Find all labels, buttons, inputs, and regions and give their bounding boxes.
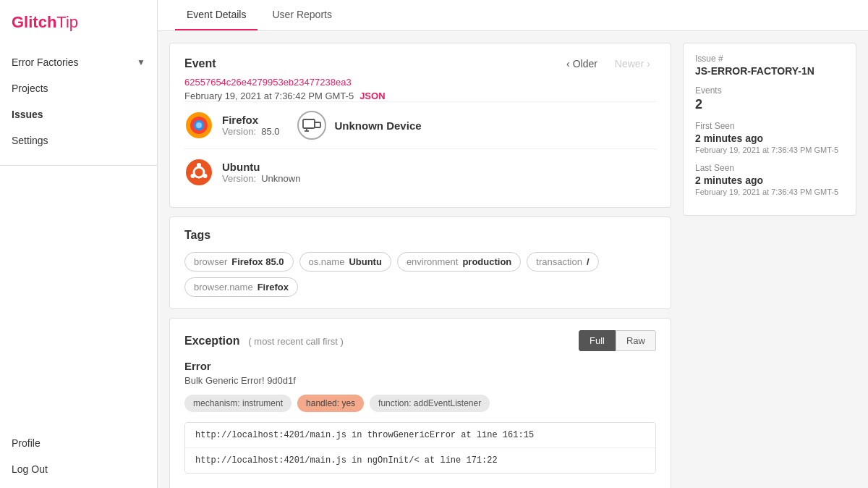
exception-header: Exception ( most recent call first ) Ful… [184, 330, 656, 351]
last-seen-relative: 2 minutes ago [695, 174, 844, 186]
svg-rect-5 [315, 122, 320, 127]
full-view-button[interactable]: Full [579, 330, 616, 351]
tab-user-reports[interactable]: User Reports [260, 0, 343, 30]
nav-divider [0, 165, 157, 166]
first-seen-label: First Seen [695, 121, 844, 131]
svg-point-12 [203, 174, 208, 178]
chevron-left-icon: ‹ [566, 58, 570, 70]
tag-environment: environment production [397, 252, 521, 272]
tags-section: Tags browser Firefox 85.0 os.name Ubuntu… [169, 216, 671, 309]
unknown-device-icon [297, 111, 326, 140]
issue-card: Issue # JS-ERROR-FACTORY-1N Events 2 Fir… [683, 43, 856, 216]
os-version: Version: Unknown [222, 173, 300, 184]
event-title: Event [184, 57, 216, 70]
tag-browser: browser Firefox 85.0 [184, 252, 294, 272]
stack-line-1: http://localhost:4201/main.js in throwGe… [185, 423, 655, 448]
exception-title: Exception [184, 335, 239, 347]
nav-bottom: Profile Log Out [0, 430, 157, 488]
view-toggle: Full Raw [579, 330, 656, 351]
logo-glitch: Glitch [12, 13, 56, 31]
right-panel: Issue # JS-ERROR-FACTORY-1N Events 2 Fir… [683, 43, 856, 216]
issue-number-label: Issue # [695, 54, 844, 64]
chevron-right-icon: › [647, 58, 650, 70]
svg-rect-4 [303, 119, 315, 128]
mechanism-tags: mechanism: instrument handled: yes funct… [184, 395, 656, 412]
sidebar-item-projects[interactable]: Projects [0, 75, 157, 101]
tag-browser-name: browser.name Firefox [184, 277, 298, 297]
logo: GlitchTip [0, 0, 157, 43]
error-section: Error Bulk Generic Error! 9d0d1f mechani… [184, 360, 656, 474]
os-row: Ubuntu Version: Unknown [184, 148, 656, 195]
sidebar-item-settings[interactable]: Settings [0, 127, 157, 153]
svg-point-11 [191, 174, 195, 178]
content-area: Event ‹ Older Newer › 62557654c26e427995… [158, 31, 868, 488]
browser-version: Version: 85.0 [222, 126, 280, 137]
browser-info: Firefox Version: 85.0 [184, 111, 280, 140]
chevron-down-icon: ▼ [137, 57, 145, 67]
svg-point-10 [197, 163, 201, 167]
device-info: Unknown Device [297, 111, 422, 140]
tags-title: Tags [184, 229, 656, 242]
tab-event-details[interactable]: Event Details [175, 0, 258, 30]
last-seen-date: February 19, 2021 at 7:36:43 PM GMT-5 [695, 188, 844, 196]
error-heading: Error [184, 360, 656, 372]
exception-subtitle: ( most recent call first ) [248, 336, 343, 347]
tags-list: browser Firefox 85.0 os.name Ubuntu envi… [184, 252, 656, 297]
logo-tip: Tip [56, 13, 78, 31]
newer-button[interactable]: Newer › [609, 55, 656, 72]
event-nav: ‹ Older Newer › [561, 55, 656, 72]
last-seen-label: Last Seen [695, 163, 844, 173]
first-seen-relative: 2 minutes ago [695, 132, 844, 144]
tag-transaction: transaction / [527, 252, 598, 272]
device-name: Unknown Device [335, 119, 422, 132]
function-tag: function: addEventListener [370, 395, 490, 412]
handled-yes-tag: handled: yes [297, 395, 364, 412]
exception-title-area: Exception ( most recent call first ) [184, 335, 344, 348]
main-content: Event Details User Reports Event ‹ Older [158, 0, 868, 488]
events-label: Events [695, 85, 844, 96]
ubuntu-icon [184, 158, 213, 187]
exception-section: Exception ( most recent call first ) Ful… [169, 318, 671, 488]
older-button[interactable]: ‹ Older [561, 55, 603, 72]
sidebar: GlitchTip Error Factories ▼ Projects Iss… [0, 0, 158, 488]
firefox-icon [184, 111, 213, 140]
nav-section: Error Factories ▼ Projects Issues Settin… [0, 43, 157, 159]
error-message: Bulk Generic Error! 9d0d1f [184, 375, 656, 386]
os-name: Ubuntu [222, 161, 300, 173]
raw-view-button[interactable]: Raw [616, 330, 656, 351]
sidebar-item-issues[interactable]: Issues [0, 101, 157, 127]
event-card: Event ‹ Older Newer › 62557654c26e427995… [169, 43, 671, 208]
sidebar-item-profile[interactable]: Profile [0, 430, 157, 456]
event-header: Event ‹ Older Newer › [184, 55, 656, 72]
stacktrace-box: http://localhost:4201/main.js in throwGe… [184, 422, 656, 474]
main-panel: Event ‹ Older Newer › 62557654c26e427995… [169, 43, 671, 488]
tabs-bar: Event Details User Reports [158, 0, 868, 31]
os-info: Ubuntu Version: Unknown [184, 158, 300, 187]
mechanism-instrument-tag: mechanism: instrument [184, 395, 292, 412]
sidebar-item-error-factories[interactable]: Error Factories ▼ [0, 49, 157, 75]
tag-os-name: os.name Ubuntu [299, 252, 391, 272]
sidebar-item-log-out[interactable]: Log Out [0, 456, 157, 482]
stack-line-2: http://localhost:4201/main.js in ngOnIni… [185, 448, 655, 473]
json-link[interactable]: JSON [359, 91, 385, 101]
browser-name: Firefox [222, 114, 280, 126]
issue-number: JS-ERROR-FACTORY-1N [695, 65, 844, 77]
event-date: February 19, 2021 at 7:36:42 PM GMT-5 JS… [184, 91, 656, 101]
first-seen-date: February 19, 2021 at 7:36:43 PM GMT-5 [695, 146, 844, 154]
event-hash[interactable]: 62557654c26e4279953eb23477238ea3 [184, 77, 656, 88]
events-count: 2 [695, 97, 844, 112]
os-detail: Ubuntu Version: Unknown [222, 161, 300, 184]
browser-row: Firefox Version: 85.0 [184, 101, 656, 148]
browser-detail: Firefox Version: 85.0 [222, 114, 280, 137]
svg-point-3 [196, 122, 202, 128]
